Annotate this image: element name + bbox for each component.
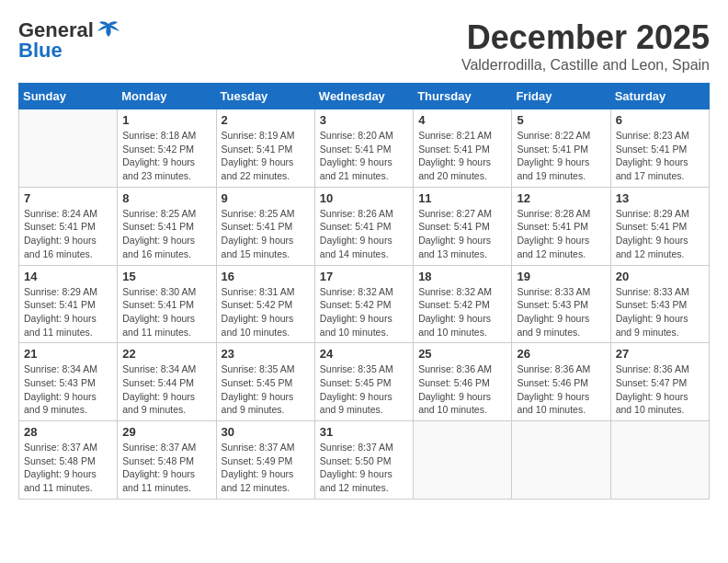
day-info: Sunrise: 8:35 AM Sunset: 5:45 PM Dayligh…: [320, 362, 408, 417]
weekday-header: Monday: [118, 84, 216, 109]
calendar-cell: 1Sunrise: 8:18 AM Sunset: 5:42 PM Daylig…: [118, 109, 216, 188]
day-number: 31: [320, 425, 408, 439]
day-info: Sunrise: 8:36 AM Sunset: 5:46 PM Dayligh…: [418, 362, 506, 417]
logo: General Blue: [18, 18, 121, 63]
calendar-cell: [19, 109, 118, 188]
calendar-cell: 3Sunrise: 8:20 AM Sunset: 5:41 PM Daylig…: [314, 109, 413, 188]
day-info: Sunrise: 8:20 AM Sunset: 5:41 PM Dayligh…: [320, 129, 408, 183]
logo-bird-icon: [96, 20, 121, 40]
day-number: 8: [122, 191, 210, 205]
day-info: Sunrise: 8:26 AM Sunset: 5:41 PM Dayligh…: [320, 207, 408, 261]
calendar-cell: 12Sunrise: 8:28 AM Sunset: 5:41 PM Dayli…: [512, 187, 610, 265]
day-info: Sunrise: 8:18 AM Sunset: 5:42 PM Dayligh…: [122, 129, 210, 183]
calendar-cell: 22Sunrise: 8:34 AM Sunset: 5:44 PM Dayli…: [118, 343, 216, 421]
calendar-header-row: SundayMondayTuesdayWednesdayThursdayFrid…: [19, 84, 710, 109]
day-number: 24: [320, 347, 408, 361]
day-number: 11: [418, 191, 506, 205]
day-number: 28: [24, 425, 112, 439]
calendar-cell: 2Sunrise: 8:19 AM Sunset: 5:41 PM Daylig…: [216, 109, 314, 188]
calendar-cell: 19Sunrise: 8:33 AM Sunset: 5:43 PM Dayli…: [512, 265, 610, 343]
day-info: Sunrise: 8:33 AM Sunset: 5:43 PM Dayligh…: [616, 285, 704, 339]
day-info: Sunrise: 8:31 AM Sunset: 5:42 PM Dayligh…: [222, 285, 310, 339]
day-info: Sunrise: 8:37 AM Sunset: 5:49 PM Dayligh…: [222, 441, 310, 495]
calendar-cell: 18Sunrise: 8:32 AM Sunset: 5:42 PM Dayli…: [414, 265, 512, 343]
day-number: 18: [418, 270, 506, 283]
calendar-cell: 24Sunrise: 8:35 AM Sunset: 5:45 PM Dayli…: [314, 343, 413, 421]
day-info: Sunrise: 8:29 AM Sunset: 5:41 PM Dayligh…: [24, 285, 112, 339]
day-info: Sunrise: 8:27 AM Sunset: 5:41 PM Dayligh…: [418, 207, 506, 261]
day-number: 14: [24, 270, 112, 283]
calendar-cell: 16Sunrise: 8:31 AM Sunset: 5:42 PM Dayli…: [216, 265, 314, 343]
title-block: December 2025 Valderrodilla, Castille an…: [461, 18, 710, 74]
day-number: 3: [320, 113, 408, 127]
day-number: 9: [222, 191, 310, 205]
day-number: 20: [616, 270, 704, 283]
calendar-cell: 10Sunrise: 8:26 AM Sunset: 5:41 PM Dayli…: [314, 187, 413, 265]
calendar-cell: 6Sunrise: 8:23 AM Sunset: 5:41 PM Daylig…: [610, 109, 709, 188]
weekday-header: Thursday: [414, 84, 512, 109]
day-number: 30: [222, 425, 310, 439]
day-number: 10: [320, 191, 408, 205]
calendar-cell: 30Sunrise: 8:37 AM Sunset: 5:49 PM Dayli…: [216, 421, 314, 500]
day-info: Sunrise: 8:22 AM Sunset: 5:41 PM Dayligh…: [517, 129, 605, 183]
day-info: Sunrise: 8:34 AM Sunset: 5:43 PM Dayligh…: [24, 362, 112, 417]
calendar-cell: 17Sunrise: 8:32 AM Sunset: 5:42 PM Dayli…: [314, 265, 413, 343]
day-number: 4: [418, 113, 506, 127]
calendar-cell: 4Sunrise: 8:21 AM Sunset: 5:41 PM Daylig…: [414, 109, 512, 188]
calendar-cell: 13Sunrise: 8:29 AM Sunset: 5:41 PM Dayli…: [610, 187, 709, 265]
day-info: Sunrise: 8:30 AM Sunset: 5:41 PM Dayligh…: [122, 285, 210, 339]
logo-blue: Blue: [18, 39, 63, 63]
weekday-header: Wednesday: [314, 84, 413, 109]
calendar-cell: 25Sunrise: 8:36 AM Sunset: 5:46 PM Dayli…: [414, 343, 512, 421]
calendar-week-row: 21Sunrise: 8:34 AM Sunset: 5:43 PM Dayli…: [19, 343, 710, 421]
day-number: 16: [222, 270, 310, 283]
day-info: Sunrise: 8:23 AM Sunset: 5:41 PM Dayligh…: [616, 129, 704, 183]
calendar-cell: 20Sunrise: 8:33 AM Sunset: 5:43 PM Dayli…: [610, 265, 709, 343]
day-number: 23: [222, 347, 310, 361]
day-info: Sunrise: 8:21 AM Sunset: 5:41 PM Dayligh…: [418, 129, 506, 183]
day-number: 19: [517, 270, 605, 283]
day-number: 13: [616, 191, 704, 205]
weekday-header: Sunday: [19, 84, 118, 109]
calendar-week-row: 14Sunrise: 8:29 AM Sunset: 5:41 PM Dayli…: [19, 265, 710, 343]
calendar-cell: 7Sunrise: 8:24 AM Sunset: 5:41 PM Daylig…: [19, 187, 118, 265]
page-header: General Blue December 2025 Valderrodilla…: [18, 18, 710, 74]
day-info: Sunrise: 8:37 AM Sunset: 5:50 PM Dayligh…: [320, 441, 408, 495]
calendar-cell: 8Sunrise: 8:25 AM Sunset: 5:41 PM Daylig…: [118, 187, 216, 265]
day-number: 17: [320, 270, 408, 283]
calendar-cell: 31Sunrise: 8:37 AM Sunset: 5:50 PM Dayli…: [314, 421, 413, 500]
day-number: 5: [517, 113, 605, 127]
day-info: Sunrise: 8:35 AM Sunset: 5:45 PM Dayligh…: [222, 362, 310, 417]
day-number: 12: [517, 191, 605, 205]
calendar-cell: [512, 421, 610, 500]
calendar-cell: 26Sunrise: 8:36 AM Sunset: 5:46 PM Dayli…: [512, 343, 610, 421]
day-number: 29: [122, 425, 210, 439]
day-number: 6: [616, 113, 704, 127]
calendar-week-row: 7Sunrise: 8:24 AM Sunset: 5:41 PM Daylig…: [19, 187, 710, 265]
day-info: Sunrise: 8:33 AM Sunset: 5:43 PM Dayligh…: [517, 285, 605, 339]
day-number: 26: [517, 347, 605, 361]
location-title: Valderrodilla, Castille and Leon, Spain: [461, 57, 710, 74]
day-number: 22: [122, 347, 210, 361]
calendar-cell: 29Sunrise: 8:37 AM Sunset: 5:48 PM Dayli…: [118, 421, 216, 500]
day-number: 2: [222, 113, 310, 127]
day-number: 25: [418, 347, 506, 361]
day-info: Sunrise: 8:32 AM Sunset: 5:42 PM Dayligh…: [320, 285, 408, 339]
day-info: Sunrise: 8:34 AM Sunset: 5:44 PM Dayligh…: [122, 362, 210, 417]
weekday-header: Saturday: [610, 84, 709, 109]
month-title: December 2025: [461, 18, 710, 57]
calendar-cell: 21Sunrise: 8:34 AM Sunset: 5:43 PM Dayli…: [19, 343, 118, 421]
day-info: Sunrise: 8:36 AM Sunset: 5:47 PM Dayligh…: [616, 362, 704, 417]
calendar-cell: [414, 421, 512, 500]
day-number: 7: [24, 191, 112, 205]
day-info: Sunrise: 8:25 AM Sunset: 5:41 PM Dayligh…: [222, 207, 310, 261]
day-info: Sunrise: 8:24 AM Sunset: 5:41 PM Dayligh…: [24, 207, 112, 261]
day-info: Sunrise: 8:25 AM Sunset: 5:41 PM Dayligh…: [122, 207, 210, 261]
day-info: Sunrise: 8:37 AM Sunset: 5:48 PM Dayligh…: [122, 441, 210, 495]
weekday-header: Tuesday: [216, 84, 314, 109]
day-info: Sunrise: 8:29 AM Sunset: 5:41 PM Dayligh…: [616, 207, 704, 261]
calendar-cell: [610, 421, 709, 500]
day-number: 15: [122, 270, 210, 283]
calendar-week-row: 28Sunrise: 8:37 AM Sunset: 5:48 PM Dayli…: [19, 421, 710, 500]
calendar-cell: 27Sunrise: 8:36 AM Sunset: 5:47 PM Dayli…: [610, 343, 709, 421]
